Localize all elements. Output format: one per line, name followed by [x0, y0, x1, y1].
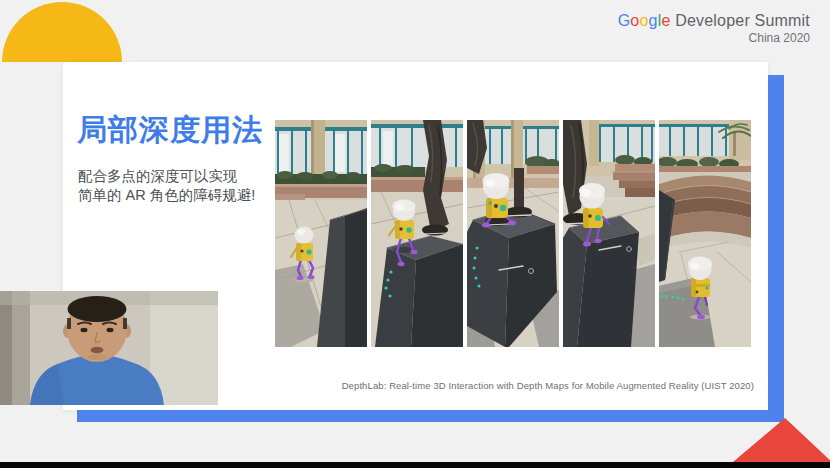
ar-frame-strip: Pa [275, 120, 755, 347]
speaker-video [0, 291, 218, 405]
red-triangle-decoration [728, 414, 830, 462]
event-branding: Google Developer Summit China 2020 [618, 12, 810, 45]
blue-accent-bar-bottom [77, 410, 783, 422]
ar-frame-4 [563, 120, 655, 347]
event-title-rest: Developer Summit [671, 12, 810, 29]
paper-citation: DepthLab: Real-time 3D Interaction with … [342, 380, 754, 391]
speaker-webcam [0, 291, 218, 405]
svg-text:Pa: Pa [661, 293, 669, 299]
subtitle-line-1: 配合多点的深度可以实现 [78, 167, 255, 186]
slide-title: 局部深度用法 [77, 110, 263, 151]
slide-subtitle: 配合多点的深度可以实现 简单的 AR 角色的障碍规避! [78, 167, 255, 205]
ar-frame-3 [467, 120, 559, 347]
yellow-semicircle-decoration [2, 2, 122, 62]
ar-frame-1 [275, 120, 367, 347]
event-title: Google Developer Summit [618, 12, 810, 30]
google-logo-text: Google [618, 12, 671, 29]
letterbox-bottom-bar [0, 462, 830, 468]
event-edition: China 2020 [618, 31, 810, 45]
ar-frame-2 [371, 120, 463, 347]
subtitle-line-2: 简单的 AR 角色的障碍规避! [78, 186, 255, 205]
presentation-video-frame: Google Developer Summit China 2020 局部深度用… [0, 0, 830, 468]
blue-accent-bar-right [768, 75, 784, 422]
ar-frame-5: Pa [659, 120, 751, 347]
